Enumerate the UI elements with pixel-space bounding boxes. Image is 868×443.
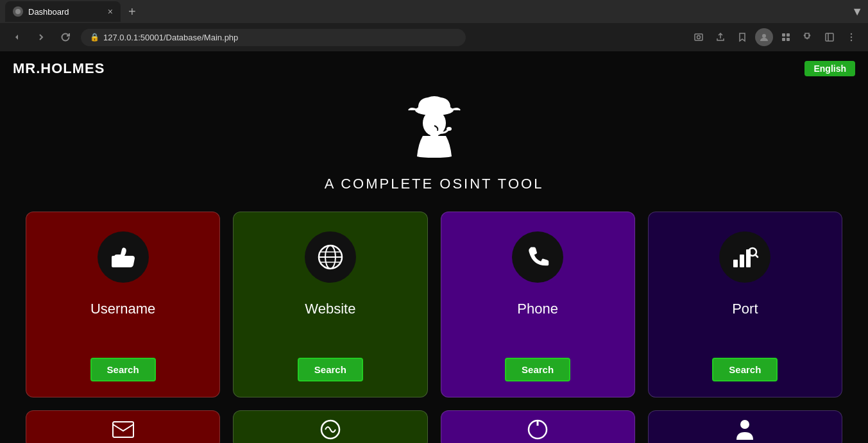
website-icon-circle xyxy=(305,231,356,283)
svg-point-10 xyxy=(851,33,852,35)
svg-point-15 xyxy=(447,127,452,131)
svg-point-32 xyxy=(740,420,749,429)
username-card: Username Search xyxy=(26,212,220,397)
bottom-card-email xyxy=(26,410,220,443)
svg-rect-7 xyxy=(787,38,790,41)
svg-rect-23 xyxy=(733,260,738,267)
svg-line-27 xyxy=(756,255,758,258)
website-card: Website Search xyxy=(233,212,427,397)
menu-icon[interactable] xyxy=(842,28,860,46)
profile-avatar[interactable] xyxy=(755,28,773,46)
bottom-card-2 xyxy=(233,410,427,443)
svg-rect-17 xyxy=(112,256,117,267)
svg-point-2 xyxy=(697,36,701,39)
tab-title: Dashboard xyxy=(28,7,69,17)
phone-label: Phone xyxy=(517,301,558,317)
tab-favicon xyxy=(13,6,23,17)
svg-rect-16 xyxy=(430,133,438,138)
hero-section: A COMPLETE OSINT TOOL xyxy=(0,86,868,205)
tab-list-button[interactable]: ▼ xyxy=(851,5,863,19)
username-label: Username xyxy=(90,301,155,317)
reload-button[interactable] xyxy=(56,28,74,46)
svg-point-3 xyxy=(762,34,766,38)
svg-rect-8 xyxy=(826,33,833,41)
username-search-button[interactable]: Search xyxy=(90,358,156,381)
forward-button[interactable] xyxy=(32,28,50,46)
bottom-card-3 xyxy=(441,410,635,443)
lock-icon: 🔒 xyxy=(90,33,99,42)
share-icon[interactable] xyxy=(711,28,729,46)
back-button[interactable] xyxy=(8,28,26,46)
sidebar-icon[interactable] xyxy=(821,28,838,46)
new-tab-button[interactable]: + xyxy=(123,4,141,19)
active-tab[interactable]: Dashboard × xyxy=(5,1,121,22)
url-bar[interactable]: 🔒 127.0.0.1:50001/Database/Main.php xyxy=(81,29,466,46)
cards-grid: Username Search Website Search xyxy=(0,212,868,397)
svg-rect-28 xyxy=(113,422,133,437)
address-bar: 🔒 127.0.0.1:50001/Database/Main.php xyxy=(0,23,868,51)
screenshot-icon[interactable] xyxy=(690,28,708,46)
website-search-button[interactable]: Search xyxy=(298,358,363,381)
svg-rect-4 xyxy=(782,33,785,37)
svg-point-12 xyxy=(851,40,852,41)
puzzle-icon[interactable] xyxy=(799,28,817,46)
port-card: Port Search xyxy=(648,212,842,397)
toolbar-icons xyxy=(690,28,860,46)
port-search-button[interactable]: Search xyxy=(712,358,778,381)
top-bar: MR.HOLMES English xyxy=(0,51,868,86)
tab-close-button[interactable]: × xyxy=(108,6,113,17)
svg-rect-24 xyxy=(740,255,744,267)
port-label: Port xyxy=(732,301,758,317)
hero-title: A COMPLETE OSINT TOOL xyxy=(325,176,544,192)
extensions-icon[interactable] xyxy=(777,28,795,46)
svg-rect-5 xyxy=(787,33,790,37)
language-badge[interactable]: English xyxy=(804,61,855,76)
username-icon-circle xyxy=(98,231,149,283)
bottom-card-4 xyxy=(648,410,842,443)
svg-point-0 xyxy=(15,9,21,14)
bottom-cards-row xyxy=(0,410,868,443)
brand-name: MR.HOLMES xyxy=(13,60,105,77)
holmes-logo xyxy=(396,92,473,169)
browser-chrome: Dashboard × + ▼ 🔒 127.0.0.1:50001/Databa… xyxy=(0,0,868,51)
svg-rect-1 xyxy=(695,34,702,40)
app-content: MR.HOLMES English xyxy=(0,51,868,443)
phone-icon-circle xyxy=(512,231,563,283)
svg-rect-6 xyxy=(782,38,785,41)
port-icon-circle xyxy=(719,231,770,283)
tab-bar: Dashboard × + ▼ xyxy=(0,0,868,23)
website-label: Website xyxy=(305,301,355,317)
url-text: 127.0.0.1:50001/Database/Main.php xyxy=(103,33,238,42)
svg-point-11 xyxy=(851,37,852,38)
phone-card: Phone Search xyxy=(441,212,635,397)
phone-search-button[interactable]: Search xyxy=(505,358,570,381)
bookmark-icon[interactable] xyxy=(733,28,751,46)
